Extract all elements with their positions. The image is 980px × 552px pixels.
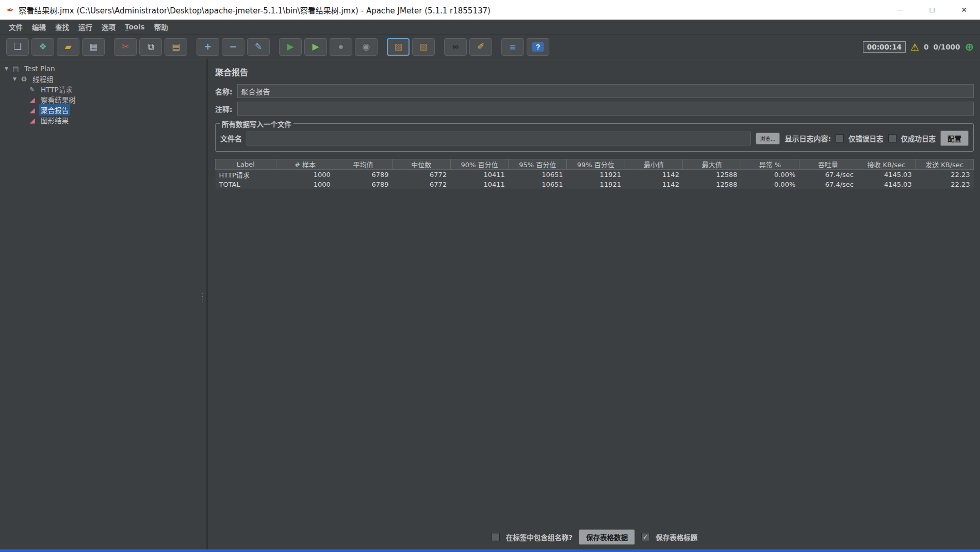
write-results-group: 所有数据写入一个文件 文件名 浏览... 显示日志内容: 仅错误日志 仅成功日志…	[215, 123, 974, 152]
main-split: ▼ ▤ Test Plan ▼ ⚙ 线程组 ✎ HTTP请求 ◢ 察看结果树 ◢…	[0, 59, 980, 549]
column-header-median: 中位数	[392, 159, 450, 170]
menu-help[interactable]: 帮助	[150, 20, 173, 34]
clear-all-button[interactable]: ▧	[412, 38, 435, 56]
thread-group-gear-icon: ⚙	[20, 75, 28, 83]
tree-item-label: 线程组	[31, 73, 55, 85]
cell-average: 6789	[334, 180, 393, 189]
cell-median: 6772	[392, 180, 450, 189]
tree-item-label: 图形结果	[39, 115, 70, 126]
search-reset-button[interactable]: ✐	[469, 38, 492, 56]
column-header-95pct: 95% 百分位	[509, 159, 567, 170]
collapse-all-button[interactable]: −	[222, 38, 244, 56]
configure-button[interactable]: 配置	[940, 131, 969, 146]
column-header-received-kb: 接收 KB/sec	[857, 159, 916, 170]
open-folder-icon: ▰	[64, 42, 71, 51]
column-header-max: 最大值	[683, 159, 741, 170]
clear-button[interactable]: ▨	[387, 38, 410, 56]
jmeter-app-icon: ✒	[7, 5, 14, 15]
column-header-label: Label	[216, 159, 276, 170]
open-file-button[interactable]: ▰	[57, 38, 79, 56]
name-label: 名称:	[215, 86, 233, 96]
cut-button[interactable]: ✂	[114, 38, 137, 56]
column-header-99pct: 99% 百分位	[567, 159, 625, 170]
splitter-grip[interactable]: ····	[199, 293, 206, 304]
expander-icon[interactable]: ▼	[11, 76, 18, 82]
filename-label: 文件名	[220, 133, 242, 143]
save-table-data-button[interactable]: 保存表格数据	[579, 529, 635, 545]
start-button[interactable]: ▶	[279, 38, 302, 56]
stop-circle-icon: ●	[338, 42, 344, 51]
templates-button[interactable]: ❖	[31, 38, 54, 56]
start-no-pauses-play-icon: ▶	[312, 42, 319, 51]
errors-only-checkbox[interactable]	[836, 134, 844, 142]
cell-label: TOTAL	[216, 180, 276, 189]
paste-clipboard-icon: ▤	[172, 42, 180, 51]
menu-run[interactable]: 运行	[74, 20, 97, 34]
minimize-button[interactable]: ─	[884, 0, 916, 20]
comments-input[interactable]	[237, 102, 974, 116]
tree-item-graph-results[interactable]: ◢ 图形结果	[0, 115, 206, 125]
cell-received-kb: 4145.03	[857, 170, 916, 180]
toolbar-status-cluster: 00:00:14 ⚠ 0 0/1000 ⊕	[863, 41, 974, 53]
table-footer-bar: 在标签中包含组名称? 保存表格数据 ✓ 保存表格标题	[215, 525, 974, 549]
tree-item-aggregate-report[interactable]: ◢ 聚合报告	[0, 105, 206, 115]
menu-tools[interactable]: Tools	[120, 21, 150, 33]
search-button[interactable]: ∞	[444, 38, 467, 56]
paste-button[interactable]: ▤	[165, 38, 187, 56]
save-table-header-checkbox[interactable]: ✓	[641, 533, 649, 541]
menu-search[interactable]: 查找	[51, 20, 74, 34]
cell-samples: 1000	[276, 170, 334, 180]
start-play-icon: ▶	[287, 42, 293, 51]
expand-all-button[interactable]: +	[197, 38, 219, 56]
function-helper-button[interactable]: ≡	[501, 38, 524, 56]
titlebar: ✒ 察看结果树.jmx (C:\Users\Administrator\Desk…	[0, 0, 980, 20]
error-count: 0	[924, 43, 928, 51]
include-group-name-checkbox[interactable]	[492, 533, 500, 541]
tree-item-thread-group[interactable]: ▼ ⚙ 线程组	[0, 74, 206, 84]
menu-options[interactable]: 选项	[97, 20, 120, 34]
name-input[interactable]	[237, 84, 974, 98]
browse-button[interactable]: 浏览...	[756, 133, 780, 144]
save-button[interactable]: ▦	[82, 38, 105, 56]
shutdown-button[interactable]: ◉	[355, 38, 378, 56]
cell-sent-kb: 22.23	[916, 180, 974, 189]
column-header-sent-kb: 发送 KB/sec	[916, 159, 974, 170]
cell-error-pct: 0.00%	[741, 180, 799, 189]
menubar: 文件 编辑 查找 运行 选项 Tools 帮助	[0, 20, 980, 35]
stop-button[interactable]: ●	[330, 38, 352, 56]
copy-button[interactable]: ⧉	[139, 38, 162, 56]
cell-received-kb: 4145.03	[857, 180, 916, 189]
help-button[interactable]: ?	[527, 38, 549, 56]
save-table-header-label: 保存表格标题	[656, 532, 697, 542]
maximize-button[interactable]: □	[916, 0, 948, 20]
menu-edit[interactable]: 编辑	[27, 20, 51, 34]
success-only-checkbox[interactable]	[888, 134, 896, 142]
cell-max: 12588	[683, 180, 741, 189]
test-plan-icon: ▤	[11, 65, 20, 73]
toggle-button[interactable]: ✎	[247, 38, 270, 56]
window-bottom-accent	[0, 549, 980, 552]
minimize-icon: ─	[897, 6, 903, 14]
check-icon: ✓	[643, 533, 648, 541]
new-file-button[interactable]: ❏	[6, 38, 29, 56]
expander-icon[interactable]: ▼	[3, 66, 10, 71]
templates-icon: ❖	[39, 42, 46, 51]
clear-all-broom-icon: ▧	[419, 42, 428, 51]
remote-start-target-icon: ⊕	[965, 41, 974, 53]
column-header-samples: # 样本	[276, 159, 334, 170]
cell-99pct: 11921	[567, 170, 625, 180]
toggle-pencil-icon: ✎	[255, 42, 262, 51]
tree-item-http-request[interactable]: ✎ HTTP请求	[0, 84, 206, 94]
tree-item-view-results-tree[interactable]: ◢ 察看结果树	[0, 94, 206, 105]
cell-min: 1142	[625, 170, 683, 180]
menu-file[interactable]: 文件	[4, 20, 27, 34]
filename-input[interactable]	[247, 132, 751, 145]
column-header-error-pct: 异常 %	[741, 159, 799, 170]
start-no-pauses-button[interactable]: ▶	[304, 38, 327, 56]
cell-average: 6789	[334, 170, 393, 180]
warning-icon[interactable]: ⚠	[910, 41, 919, 53]
tree-item-test-plan[interactable]: ▼ ▤ Test Plan	[0, 63, 206, 74]
http-sampler-icon: ✎	[28, 86, 37, 93]
errors-only-label: 仅错误日志	[848, 133, 884, 143]
close-button[interactable]: ×	[948, 0, 980, 20]
